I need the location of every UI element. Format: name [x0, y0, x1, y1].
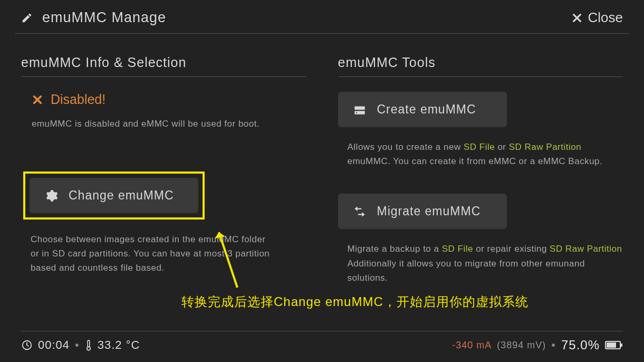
- separator-dot: •: [75, 338, 80, 352]
- main-content: emuMMC Info & Selection Disabled! emuMMC…: [0, 34, 644, 310]
- change-desc-line1: Choose between images created in the emu…: [31, 234, 266, 244]
- change-desc-line2: or in SD card partitions. You can have a…: [31, 249, 270, 259]
- svg-rect-6: [88, 340, 90, 347]
- footer-bar: 00:04 • 33.2 °C -340 mA (3894 mV) • 75.0…: [0, 323, 644, 362]
- clock-icon: [21, 339, 33, 351]
- create-desc-line2: emuMMC. You can create it from eMMC or a…: [348, 156, 603, 166]
- section-title-tools: emuMMC Tools: [338, 55, 623, 77]
- migrate-desc-raw: SD Raw Partition: [550, 244, 622, 254]
- disabled-x-icon: [32, 94, 43, 106]
- change-description: Choose between images created in the emu…: [31, 232, 306, 275]
- migrate-icon: [353, 205, 367, 218]
- separator-dot: •: [551, 338, 556, 352]
- footer-current: -340 mA: [452, 340, 492, 351]
- change-emummc-highlight: Change emuMMC: [23, 172, 205, 220]
- status-description: emuMMC is disabled and eMMC will be used…: [32, 119, 306, 129]
- migrate-emummc-button[interactable]: Migrate emuMMC: [338, 194, 507, 229]
- change-desc-line3: based and countless file based.: [31, 263, 165, 273]
- migrate-desc-pre: Migrate a backup to a: [348, 244, 442, 254]
- create-desc-sd: SD File: [464, 142, 495, 152]
- migrate-desc-line2: Additionally it allows you to migrate fr…: [348, 259, 585, 269]
- create-emummc-button[interactable]: Create emuMMC: [338, 92, 507, 127]
- footer-battery-pct: 75.0%: [561, 338, 600, 353]
- thermometer-icon: [85, 339, 92, 351]
- status-row: Disabled!: [32, 92, 306, 107]
- battery-icon: [605, 340, 623, 350]
- drive-icon: [353, 103, 367, 117]
- footer-voltage: (3894 mV): [497, 340, 546, 351]
- close-label: Close: [588, 9, 623, 26]
- create-description: Allows you to create a new SD File or SD…: [348, 140, 623, 168]
- migrate-desc-sd: SD File: [442, 244, 473, 254]
- footer-right: -340 mA (3894 mV) • 75.0%: [452, 338, 623, 353]
- create-desc-pre: Allows you to create a new: [348, 142, 464, 152]
- footer-divider: [21, 331, 623, 331]
- footer-temp: 33.2 °C: [98, 338, 140, 352]
- change-emummc-button[interactable]: Change emuMMC: [30, 178, 198, 213]
- page-title: emuMMC Manage: [42, 9, 166, 26]
- header-bar: emuMMC Manage Close: [0, 0, 644, 33]
- footer-time: 00:04: [38, 338, 70, 352]
- header-left: emuMMC Manage: [21, 9, 166, 26]
- svg-rect-0: [354, 106, 365, 110]
- section-title-info: emuMMC Info & Selection: [21, 55, 306, 77]
- create-emummc-label: Create emuMMC: [377, 102, 476, 117]
- right-column: emuMMC Tools Create emuMMC Allows you to…: [338, 55, 623, 310]
- migrate-description: Migrate a backup to a SD File or repair …: [348, 242, 623, 285]
- close-icon: [571, 12, 583, 24]
- create-desc-raw: SD Raw Partition: [509, 142, 581, 152]
- pencil-icon: [21, 12, 33, 24]
- svg-rect-10: [607, 342, 616, 348]
- migrate-emummc-label: Migrate emuMMC: [377, 204, 481, 218]
- left-column: emuMMC Info & Selection Disabled! emuMMC…: [21, 55, 306, 310]
- create-desc-or: or: [495, 142, 509, 152]
- close-button[interactable]: Close: [571, 9, 623, 26]
- migrate-desc-mid: or repair existing: [473, 244, 550, 254]
- svg-rect-9: [621, 344, 622, 347]
- svg-point-2: [355, 112, 357, 113]
- status-label: Disabled!: [51, 92, 105, 107]
- footer-left: 00:04 • 33.2 °C: [21, 338, 140, 352]
- migrate-desc-line3: solutions.: [348, 273, 388, 283]
- annotation-text: 转换完成后选择Change emuMMC，开始启用你的虚拟系统: [181, 293, 528, 310]
- gear-icon: [44, 189, 58, 203]
- change-emummc-label: Change emuMMC: [69, 188, 174, 203]
